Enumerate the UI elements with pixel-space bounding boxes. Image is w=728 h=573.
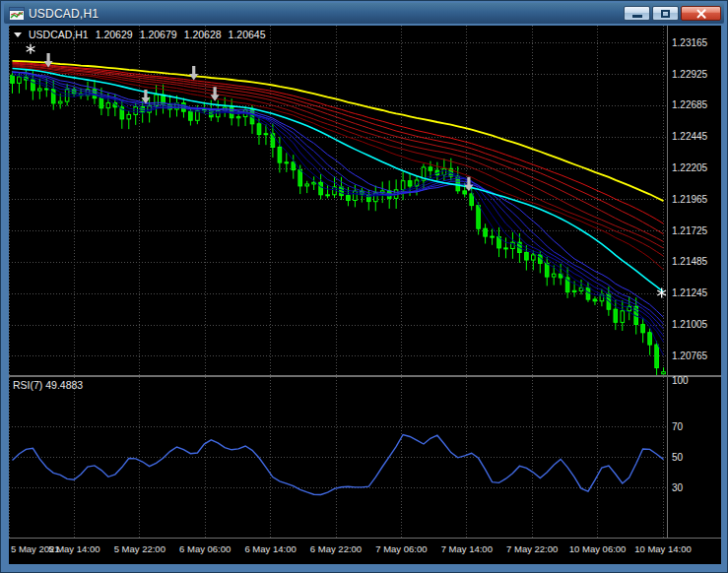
time-tick-label: 7 May 22:00 [506,543,558,554]
time-tick-label: 7 May 06:00 [375,543,427,554]
info-close: 1.20645 [229,29,266,40]
close-button[interactable] [681,6,721,21]
chart-dropdown-icon[interactable] [14,32,22,37]
time-tick-label: 7 May 14:00 [441,543,493,554]
price-chart-canvas[interactable] [9,26,667,375]
sell-arrow-marker [189,66,198,81]
window-controls [624,6,721,21]
price-tick-label: 1.20765 [672,350,707,362]
info-low: 1.20628 [184,29,222,40]
price-tick-label: 1.21245 [672,287,707,299]
price-tick-label: 1.21485 [672,256,707,268]
price-tick-label: 1.22445 [672,131,707,143]
rsi-canvas[interactable] [9,377,667,538]
price-tick-label: 1.22685 [672,99,707,111]
time-tick-label: 10 May 06:00 [569,543,627,554]
price-tick-label: 1.21725 [672,225,707,237]
price-chart-area[interactable]: USDCAD,H1 1.20629 1.20679 1.20628 1.2064… [9,26,667,375]
time-tick-label: 10 May 14:00 [634,543,692,554]
rsi-tick-label: 30 [672,482,683,494]
price-tick-label: 1.21965 [672,194,707,206]
rsi-tick-label: 100 [672,375,689,387]
minimize-icon [632,15,642,18]
close-icon [695,8,707,20]
time-tick-label: 6 May 06:00 [179,543,231,554]
chart-window-icon [9,7,25,21]
rsi-tick-label: 50 [672,452,683,464]
price-tick-label: 1.21005 [672,319,707,331]
window-title: USDCAD,H1 [29,7,99,21]
time-tick-label: 6 May 22:00 [310,543,362,554]
chart-client-area: USDCAD,H1 1.20629 1.20679 1.20628 1.2064… [9,26,721,564]
rsi-indicator-label: RSI(7) 49.4883 [13,379,83,391]
scale-divider [667,26,668,538]
price-tick-label: 1.22205 [672,162,707,174]
title-bar[interactable]: USDCAD,H1 [4,3,724,24]
restore-icon [661,10,670,18]
rsi-panel[interactable]: RSI(7) 49.4883 [9,377,667,538]
chart-window: USDCAD,H1 USDCAD,H1 1.20629 1.20679 1.20… [0,0,728,573]
ohlc-info: USDCAD,H1 1.20629 1.20679 1.20628 1.2064… [14,29,266,40]
price-axis[interactable]: 1.231651.229251.226851.224451.222051.219… [668,26,721,375]
time-tick-label: 5 May 22:00 [114,543,165,554]
time-tick-label: 6 May 14:00 [244,543,296,554]
info-open: 1.20629 [96,29,133,40]
minimize-button[interactable] [624,6,650,21]
rsi-axis[interactable]: 100705030 [668,377,721,538]
info-high: 1.20679 [140,29,177,40]
restore-button[interactable] [652,6,679,21]
time-axis[interactable]: 5 May 20215 May 14:005 May 22:006 May 06… [9,539,721,564]
info-symbol: USDCAD,H1 [29,29,89,40]
price-tick-label: 1.23165 [672,37,707,49]
price-tick-label: 1.22925 [672,69,707,81]
rsi-tick-label: 70 [672,421,683,433]
time-tick-label: 5 May 14:00 [48,543,99,554]
